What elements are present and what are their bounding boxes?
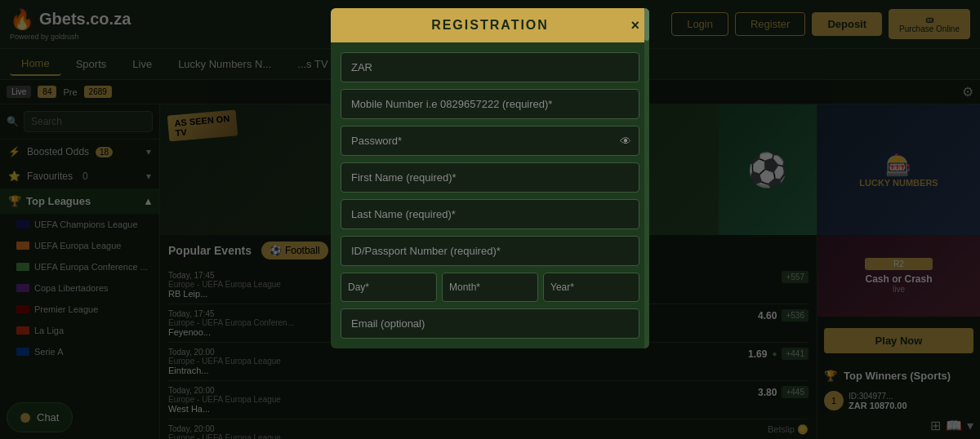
scrollbar <box>644 8 649 348</box>
last-name-input[interactable] <box>341 199 639 229</box>
dob-row: Day* Month* Year* <box>341 273 639 302</box>
modal-body: 👁 Day* Month* Year* <box>331 42 649 348</box>
modal-header: REGISTRATION × <box>331 8 649 42</box>
dob-day-select[interactable]: Day* <box>341 273 437 302</box>
password-wrap: 👁 <box>341 126 639 156</box>
dob-year-select[interactable]: Year* <box>543 273 639 302</box>
modal-title: REGISTRATION <box>431 18 549 33</box>
password-input[interactable] <box>341 126 639 156</box>
scrollbar-thumb <box>644 8 649 41</box>
registration-modal: REGISTRATION × 👁 Day* Month* Year* <box>331 8 649 348</box>
currency-input[interactable] <box>341 52 639 82</box>
eye-icon[interactable]: 👁 <box>620 135 631 148</box>
mobile-input[interactable] <box>341 89 639 119</box>
modal-overlay: REGISTRATION × 👁 Day* Month* Year* <box>0 0 980 439</box>
email-input[interactable] <box>341 308 639 339</box>
dob-month-select[interactable]: Month* <box>442 273 538 302</box>
first-name-input[interactable] <box>341 162 639 193</box>
id-passport-input[interactable] <box>341 236 639 266</box>
modal-close-button[interactable]: × <box>630 17 639 34</box>
